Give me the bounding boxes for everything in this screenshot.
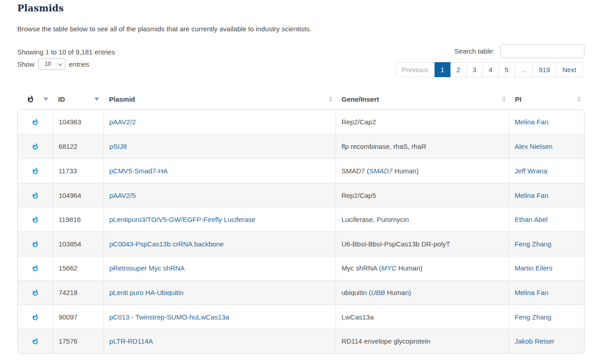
gene-link[interactable]: SMAD7 — [369, 167, 393, 175]
sort-both-icon — [329, 96, 332, 102]
gene-insert-cell: SMAD7 (SMAD7 Human) — [336, 159, 509, 183]
search-area: Search table: — [455, 44, 584, 58]
pi-link[interactable]: Ethan Abel — [515, 216, 548, 223]
column-header-gene-insert[interactable]: Gene/Insert — [336, 90, 510, 108]
pi-link[interactable]: Jeff Wrana — [515, 167, 547, 175]
sort-both-icon — [577, 96, 581, 102]
plasmid-id: 104963 — [59, 118, 81, 126]
plasmid-link[interactable]: pSIJ8 — [109, 143, 127, 150]
plasmid-cell: pAAV2/5 — [104, 183, 336, 207]
plasmid-link[interactable]: pC0043-PspCas13b crRNA backbone — [109, 240, 224, 248]
plasmid-link[interactable]: pAAV2/2 — [109, 118, 136, 126]
gene-insert-text: RD114 envelope glycoprotein — [342, 337, 431, 345]
plasmid-cell: pC013 - Twinstrep-SUMO-huLwCas13a — [104, 305, 336, 329]
plasmid-id: 15662 — [59, 264, 78, 272]
plasmid-link[interactable]: pLenti puro HA-Ubiquitin — [109, 289, 183, 296]
search-input[interactable] — [500, 44, 584, 58]
column-header-id[interactable]: ID — [53, 90, 104, 108]
pagination-next[interactable]: Next — [556, 62, 583, 77]
id-cell: 74218 — [53, 280, 104, 305]
id-cell: 11733 — [53, 159, 104, 183]
popularity-cell — [18, 305, 53, 329]
plasmid-id: 90097 — [59, 313, 78, 321]
search-label: Search table: — [455, 47, 495, 55]
gene-prefix: Luciferase, Puromycin — [342, 216, 409, 223]
pi-link[interactable]: Jakob Reiser — [515, 337, 554, 345]
gene-prefix: SMAD7 ( — [342, 167, 369, 175]
page-size-select[interactable]: 10 — [38, 58, 65, 70]
pagination-page-919[interactable]: 919 — [533, 62, 556, 77]
gene-insert-cell: RD114 envelope glycoprotein — [336, 329, 509, 353]
plasmids-page: Plasmids Browse the table below to see a… — [0, 0, 599, 364]
pi-link[interactable]: Feng Zhang — [515, 313, 551, 321]
pagination-page-5[interactable]: 5 — [499, 62, 515, 77]
id-cell: 90097 — [53, 305, 104, 329]
gene-insert-text: LwCas13a — [342, 313, 374, 321]
gene-insert-cell: U6-BbsI-BbsI-PspCas13b DR-polyT — [336, 232, 509, 256]
pi-link[interactable]: Feng Zhang — [515, 240, 551, 248]
popularity-cell — [18, 183, 53, 207]
id-cell: 68122 — [53, 135, 104, 159]
sort-desc-icon — [94, 98, 99, 101]
flame-icon — [31, 143, 39, 150]
pi-cell: Alex Nielsen — [509, 135, 584, 159]
table-row: 68122pSIJ8flp recombinase, rhaS, rhaRAle… — [18, 134, 584, 159]
table-row: 104964pAAV2/5Rep2/Cap5Melina Fan — [18, 183, 584, 207]
pi-cell: Jeff Wrana — [509, 159, 584, 183]
plasmid-cell: pLenti puro HA-Ubiquitin — [104, 280, 336, 305]
pagination-page-4[interactable]: 4 — [483, 62, 499, 77]
gene-link[interactable]: UBB — [371, 289, 385, 296]
gene-insert-text: Myc shRNA (MYC Human) — [342, 264, 422, 272]
flame-icon — [31, 313, 39, 321]
gene-suffix: Human) — [396, 264, 423, 272]
plasmid-link[interactable]: pLTR-RD114A — [109, 337, 153, 345]
pagination-previous[interactable]: Previous — [396, 62, 435, 77]
column-header-plasmid[interactable]: Plasmid — [104, 90, 336, 108]
plasmid-link[interactable]: pLentipuro3/TO/V5-GW/EGFP-Firefly Lucife… — [109, 216, 256, 223]
plasmid-id: 104964 — [59, 192, 81, 199]
popularity-cell — [18, 329, 53, 353]
plasmid-link[interactable]: pC013 - Twinstrep-SUMO-huLwCas13a — [109, 313, 229, 321]
column-header-popularity[interactable] — [17, 90, 53, 108]
pi-cell: Melina Fan — [509, 110, 584, 134]
pi-link[interactable]: Melina Fan — [515, 118, 548, 126]
plasmid-link[interactable]: pAAV2/5 — [109, 192, 136, 199]
plasmid-id: 103854 — [59, 240, 81, 248]
pagination-page-3[interactable]: 3 — [467, 62, 483, 77]
pagination-page-1[interactable]: 1 — [435, 62, 450, 77]
plasmid-id: 74218 — [59, 289, 78, 296]
gene-prefix: Myc shRNA ( — [342, 264, 381, 272]
gene-prefix: RD114 envelope glycoprotein — [342, 337, 431, 345]
plasmid-link[interactable]: pCMV5-Smad7-HA — [109, 167, 168, 175]
plasmid-link[interactable]: pRetrosuper Myc shRNA — [109, 264, 185, 272]
gene-prefix: LwCas13a — [342, 313, 374, 321]
plasmid-cell: pAAV2/2 — [104, 110, 336, 134]
pi-link[interactable]: Melina Fan — [515, 192, 548, 199]
gene-suffix: Human) — [392, 167, 419, 175]
popularity-cell — [18, 110, 53, 134]
pagination-page-2[interactable]: 2 — [450, 62, 466, 77]
table-header: ID Plasmid Gene/Insert PI — [17, 90, 584, 108]
plasmid-cell: pLTR-RD114A — [104, 329, 336, 353]
column-label-gene-insert: Gene/Insert — [342, 95, 379, 103]
column-label-id: ID — [58, 95, 65, 103]
table-row: 74218pLenti puro HA-Ubiquitinubiquitin (… — [18, 280, 584, 305]
gene-suffix: Human) — [385, 289, 411, 296]
column-header-pi[interactable]: PI — [510, 90, 584, 108]
gene-link[interactable]: MYC — [381, 264, 396, 272]
plasmids-table: 104963pAAV2/2Rep2/Cap2Melina Fan68122pSI… — [17, 109, 584, 354]
gene-insert-text: Rep2/Cap2 — [342, 118, 376, 126]
pi-cell: Feng Zhang — [509, 305, 584, 329]
plasmid-id: 11733 — [59, 167, 77, 175]
gene-insert-text: ubiquitin (UBB Human) — [342, 289, 411, 296]
pi-link[interactable]: Melina Fan — [515, 289, 548, 296]
pi-cell: Martin Eilers — [509, 256, 584, 280]
gene-prefix: flp recombinase, rhaS, rhaR — [342, 143, 426, 150]
gene-prefix: U6-BbsI-BbsI-PspCas13b DR-polyT — [342, 240, 450, 248]
flame-icon — [31, 289, 39, 296]
chevron-down-icon — [58, 61, 62, 66]
plasmid-id: 68122 — [59, 143, 78, 150]
pi-link[interactable]: Alex Nielsen — [515, 143, 552, 150]
pi-link[interactable]: Martin Eilers — [515, 264, 552, 272]
gene-prefix: Rep2/Cap2 — [342, 118, 376, 126]
